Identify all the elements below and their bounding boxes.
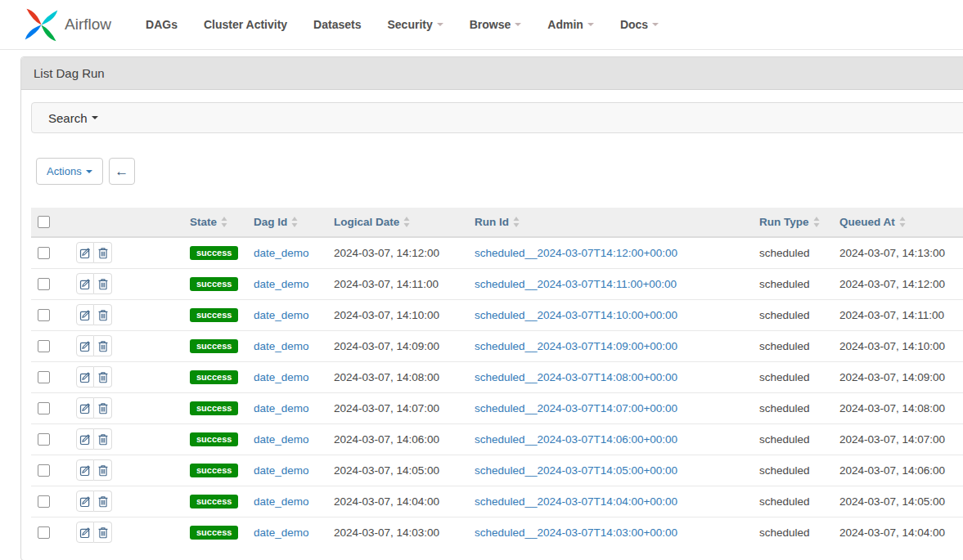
select-all-header-cell [31,208,70,237]
airflow-pinwheel-icon [23,7,60,43]
row-actions-group [76,242,112,263]
run-type-cell: scheduled [756,455,836,486]
edit-record-button[interactable] [76,366,94,388]
delete-record-button[interactable] [94,335,112,356]
edit-record-button[interactable] [76,522,94,543]
dag-id-link[interactable]: date_demo [254,309,309,321]
state-badge: success [190,339,238,353]
column-header-dag-id[interactable]: Dag Id [250,208,331,237]
state-badge: success [190,401,238,415]
column-header-logical-date[interactable]: Logical Date [331,208,471,237]
delete-record-button[interactable] [94,304,112,325]
search-dropdown[interactable]: Search [31,102,963,133]
edit-record-button[interactable] [76,273,94,294]
dag-id-cell: date_demo [250,486,331,517]
trash-icon [97,495,109,508]
state-badge: success [190,370,238,384]
nav-item[interactable]: DAGs [133,18,191,31]
logical-date-cell: 2024-03-07, 14:09:00 [331,330,471,361]
logical-date-cell: 2024-03-07, 14:07:00 [331,392,471,423]
run-id-link[interactable]: scheduled__2024-03-07T14:12:00+00:00 [475,247,677,259]
row-checkbox[interactable] [38,402,50,414]
row-checkbox[interactable] [38,464,50,477]
state-badge: success [190,308,238,322]
row-actions-cell [70,486,187,517]
nav-item-label: Browse [470,18,511,31]
nav-item[interactable]: Datasets [300,18,374,31]
nav-item[interactable]: Browse [457,18,535,31]
sort-icon [513,217,520,227]
row-checkbox[interactable] [38,433,50,446]
caret-down-icon [515,23,521,26]
delete-record-button[interactable] [94,491,112,512]
dag-id-link[interactable]: date_demo [254,247,309,259]
delete-record-button[interactable] [94,397,112,419]
nav-item[interactable]: Docs [607,18,672,31]
select-all-checkbox[interactable] [38,216,50,228]
nav-item-label: DAGs [146,18,178,31]
column-header-run-type[interactable]: Run Type [756,208,836,237]
row-select-cell [31,330,70,361]
edit-record-button[interactable] [76,335,94,356]
run-type-cell: scheduled [756,517,836,548]
nav-item[interactable]: Security [374,18,456,31]
state-cell: success [187,299,250,330]
dag-id-link[interactable]: date_demo [254,433,309,446]
edit-record-button[interactable] [76,459,94,481]
delete-record-button[interactable] [94,522,112,543]
delete-record-button[interactable] [94,273,112,294]
row-select-cell [31,268,70,299]
row-checkbox[interactable] [38,278,50,290]
run-id-link[interactable]: scheduled__2024-03-07T14:10:00+00:00 [475,309,677,321]
row-checkbox[interactable] [38,371,50,383]
run-id-link[interactable]: scheduled__2024-03-07T14:11:00+00:00 [475,278,677,290]
edit-pencil-icon [79,247,92,259]
airflow-logo[interactable]: Airflow [23,7,111,43]
run-id-link[interactable]: scheduled__2024-03-07T14:06:00+00:00 [475,433,677,446]
nav-item[interactable]: Cluster Activity [191,18,300,31]
dag-id-link[interactable]: date_demo [254,278,309,290]
dag-id-link[interactable]: date_demo [254,495,309,508]
edit-record-button[interactable] [76,397,94,419]
edit-record-button[interactable] [76,242,94,263]
sort-icon [221,217,227,227]
run-id-link[interactable]: scheduled__2024-03-07T14:05:00+00:00 [475,464,677,477]
run-id-link[interactable]: scheduled__2024-03-07T14:04:00+00:00 [475,495,677,508]
edit-record-button[interactable] [76,491,94,512]
actions-button[interactable]: Actions [36,158,103,185]
row-checkbox[interactable] [38,526,50,539]
edit-record-button[interactable] [76,304,94,325]
row-checkbox[interactable] [38,309,50,321]
row-checkbox[interactable] [38,247,50,259]
dag-id-link[interactable]: date_demo [254,526,309,539]
back-button[interactable]: ← [109,158,135,185]
column-header-queued-at[interactable]: Queued At [836,208,963,237]
run-id-link[interactable]: scheduled__2024-03-07T14:03:00+00:00 [475,526,677,539]
row-actions-group [76,491,112,512]
dag-id-link[interactable]: date_demo [254,464,309,477]
run-id-link[interactable]: scheduled__2024-03-07T14:08:00+00:00 [475,371,677,383]
nav-item[interactable]: Admin [534,18,607,31]
delete-record-button[interactable] [94,428,112,450]
queued-at-cell: 2024-03-07, 14:08:00 [836,392,963,423]
row-checkbox[interactable] [38,340,50,352]
navbar: Airflow DAGs Cluster Activity Datasets S… [0,0,963,50]
delete-record-button[interactable] [94,366,112,388]
dag-id-link[interactable]: date_demo [254,402,309,414]
delete-record-button[interactable] [94,242,112,263]
dag-id-link[interactable]: date_demo [254,340,309,352]
row-checkbox[interactable] [38,495,50,508]
row-actions-cell [70,330,187,361]
column-header-run-id[interactable]: Run Id [471,208,756,237]
run-id-link[interactable]: scheduled__2024-03-07T14:07:00+00:00 [475,402,677,414]
row-actions-cell [70,299,187,330]
edit-pencil-icon [79,371,92,383]
column-header-state[interactable]: State [187,208,250,237]
logical-date-cell: 2024-03-07, 14:10:00 [331,299,471,330]
dag-id-cell: date_demo [250,423,331,455]
table-row: success date_demo 2024-03-07, 14:04:00 s… [31,486,963,517]
run-id-link[interactable]: scheduled__2024-03-07T14:09:00+00:00 [475,340,677,352]
dag-id-link[interactable]: date_demo [254,371,309,383]
delete-record-button[interactable] [94,459,112,481]
edit-record-button[interactable] [76,428,94,450]
